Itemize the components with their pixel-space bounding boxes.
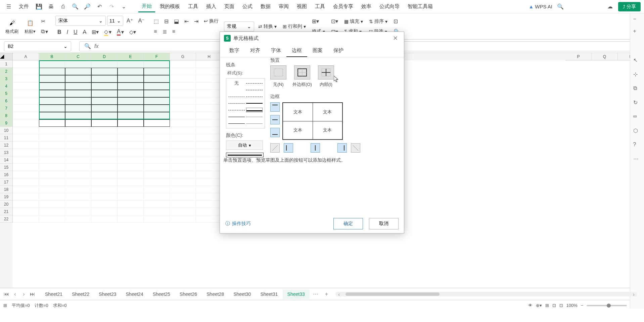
tab-data[interactable]: 数据 (257, 1, 274, 12)
cell[interactable] (118, 97, 144, 105)
row-header[interactable]: 17 (0, 178, 13, 186)
cell[interactable] (144, 83, 170, 90)
cell[interactable] (118, 105, 144, 112)
align-bottom-button[interactable]: ⬓ (172, 17, 181, 26)
border-bottom-button[interactable] (270, 128, 280, 137)
cell[interactable] (13, 60, 39, 68)
hamburger-icon[interactable]: ☰ (3, 1, 14, 12)
cell[interactable] (170, 105, 196, 112)
cell[interactable] (196, 193, 222, 201)
font-size-select[interactable]: 11⌄ (107, 16, 123, 26)
preset-outer-button[interactable]: 外边框(O) (292, 65, 312, 88)
tab-review[interactable]: 审阅 (275, 1, 292, 12)
cell[interactable] (144, 149, 170, 156)
tab-nav-first[interactable]: ⏮ (3, 290, 10, 298)
cell[interactable] (13, 164, 39, 171)
cell[interactable] (144, 97, 170, 105)
zoom-minus-icon[interactable]: − (633, 16, 641, 24)
cell[interactable] (91, 193, 118, 201)
cell[interactable] (196, 75, 222, 83)
cell[interactable] (13, 75, 39, 83)
cell[interactable] (196, 90, 222, 97)
column-header[interactable]: A (13, 53, 39, 60)
sheet-tab[interactable]: Sheet25 (148, 289, 175, 299)
cell[interactable] (196, 171, 222, 178)
font-color-button[interactable]: A▾ (115, 27, 126, 37)
align-top-button[interactable]: ⬚ (152, 17, 161, 26)
cell[interactable] (39, 60, 65, 68)
cell[interactable] (144, 119, 170, 127)
cell[interactable] (118, 178, 144, 186)
cut-button[interactable]: ✂ (39, 17, 50, 26)
cell[interactable] (144, 134, 170, 142)
column-header[interactable]: H (196, 53, 222, 60)
fill-color-button[interactable]: ◇▾ (102, 27, 113, 37)
cell[interactable] (170, 75, 196, 83)
cell[interactable] (196, 156, 222, 164)
strikethrough-button[interactable]: A (81, 28, 89, 37)
cell[interactable] (144, 156, 170, 164)
tab-insert[interactable]: 插入 (203, 1, 220, 12)
cell[interactable] (39, 119, 65, 127)
column-header[interactable]: C (65, 53, 91, 60)
cell[interactable] (118, 119, 144, 127)
paste-button[interactable]: 📋 粘贴▾ (22, 17, 38, 36)
cell[interactable] (170, 164, 196, 171)
cell[interactable] (39, 90, 65, 97)
cell[interactable] (196, 186, 222, 193)
cell[interactable] (91, 75, 118, 83)
cell[interactable] (118, 156, 144, 164)
row-header[interactable]: 11 (0, 134, 13, 142)
column-header[interactable]: Q (592, 53, 618, 60)
cell[interactable] (118, 60, 144, 68)
sort-button[interactable]: ⇅排序▾ (367, 17, 389, 26)
cell[interactable] (170, 142, 196, 149)
cell[interactable] (118, 142, 144, 149)
cell[interactable] (39, 201, 65, 208)
sheet-tab[interactable]: Sheet22 (67, 289, 94, 299)
tab-efficiency[interactable]: 效率 (358, 1, 375, 12)
view-eye-icon[interactable]: 👁 (528, 303, 533, 308)
borders-button[interactable]: ⊞▾ (90, 28, 101, 37)
cell[interactable] (91, 208, 118, 215)
sheet-tab[interactable]: Sheet24 (121, 289, 148, 299)
cell[interactable] (13, 112, 39, 119)
cell[interactable] (144, 142, 170, 149)
cell[interactable] (39, 186, 65, 193)
view-focus-icon[interactable]: ⊕▾ (536, 303, 542, 308)
column-header[interactable]: D (91, 53, 118, 60)
cell[interactable] (39, 149, 65, 156)
cell[interactable] (39, 171, 65, 178)
dialog-tab-border[interactable]: 边框 (286, 45, 307, 57)
cell[interactable] (65, 215, 91, 223)
cell[interactable] (196, 134, 222, 142)
row-header[interactable]: 18 (0, 186, 13, 193)
row-header[interactable]: 6 (0, 97, 13, 105)
cell[interactable] (39, 127, 65, 134)
tab-formula-guide[interactable]: 公式向导 (376, 1, 403, 12)
redo-icon[interactable]: ↷ (106, 1, 117, 12)
cell[interactable] (196, 83, 222, 90)
tab-nav-prev[interactable]: ‹ (11, 290, 19, 298)
increase-indent-button[interactable]: ⇥ (192, 17, 200, 26)
cell[interactable] (170, 68, 196, 75)
wps-ai-button[interactable]: ▲WPS AI (528, 4, 552, 9)
cell[interactable] (170, 208, 196, 215)
copy-button[interactable]: ⧉▾ (39, 27, 50, 36)
cell[interactable] (144, 68, 170, 75)
preset-inner-button[interactable]: 内部(I) (318, 65, 334, 88)
add-sheet-button[interactable]: + (322, 289, 331, 299)
cell[interactable] (91, 134, 118, 142)
column-header[interactable]: E (118, 53, 144, 60)
border-top-button[interactable] (270, 102, 280, 112)
cell[interactable] (65, 149, 91, 156)
cell[interactable] (144, 171, 170, 178)
zoom-slider[interactable] (587, 305, 627, 306)
decrease-font-button[interactable]: A⁻ (136, 16, 147, 25)
cell[interactable] (65, 186, 91, 193)
cell[interactable] (170, 112, 196, 119)
cell[interactable] (170, 215, 196, 223)
fill-button[interactable]: ▦填充▾ (342, 17, 365, 26)
cell[interactable] (13, 134, 39, 142)
cell[interactable] (91, 215, 118, 223)
